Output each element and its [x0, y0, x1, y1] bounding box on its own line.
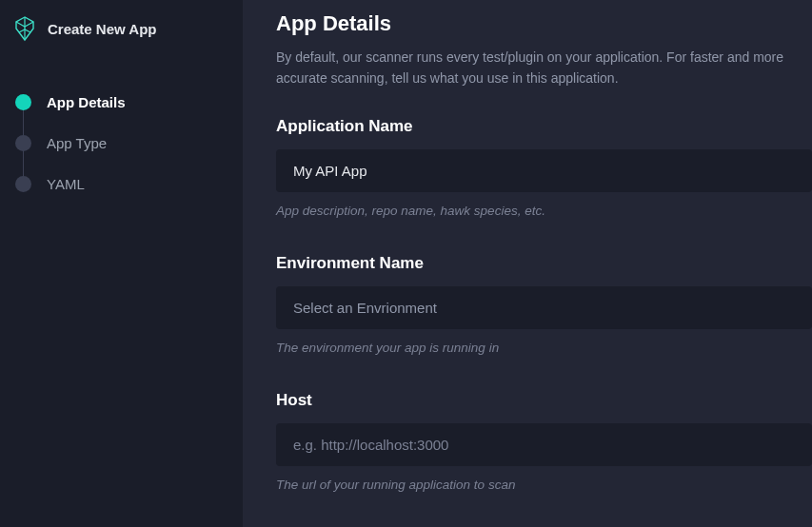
step-dot-icon — [15, 94, 31, 110]
app-name-input[interactable] — [276, 149, 812, 192]
form-group-env-name: Environment Name Select an Envrionment T… — [276, 254, 812, 355]
step-dot-icon — [15, 135, 31, 151]
sidebar: Create New App App Details App Type YAML — [0, 0, 243, 527]
host-input[interactable] — [276, 423, 812, 466]
step-dot-icon — [15, 176, 31, 192]
step-yaml[interactable]: YAML — [15, 164, 243, 205]
host-hint: The url of your running application to s… — [276, 478, 812, 492]
env-name-select[interactable]: Select an Envrionment — [276, 286, 812, 329]
step-list: App Details App Type YAML — [8, 82, 243, 205]
logo-icon — [11, 15, 38, 42]
main-content: App Details By default, our scanner runs… — [243, 0, 812, 527]
env-name-placeholder: Select an Envrionment — [293, 300, 437, 316]
step-label: YAML — [47, 176, 85, 192]
app-name-label: Application Name — [276, 117, 812, 136]
form-group-host: Host The url of your running application… — [276, 391, 812, 492]
step-label: App Details — [47, 94, 126, 110]
env-name-label: Environment Name — [276, 254, 812, 273]
sidebar-title: Create New App — [48, 21, 156, 37]
form-group-app-name: Application Name App description, repo n… — [276, 117, 812, 218]
page-title: App Details — [276, 11, 812, 36]
step-app-type[interactable]: App Type — [15, 123, 243, 164]
env-name-hint: The environment your app is running in — [276, 341, 812, 355]
sidebar-header: Create New App — [8, 15, 243, 42]
page-description: By default, our scanner runs every test/… — [276, 48, 812, 88]
step-label: App Type — [47, 135, 107, 151]
step-app-details[interactable]: App Details — [15, 82, 243, 123]
app-name-hint: App description, repo name, hawk species… — [276, 204, 812, 218]
host-label: Host — [276, 391, 812, 410]
